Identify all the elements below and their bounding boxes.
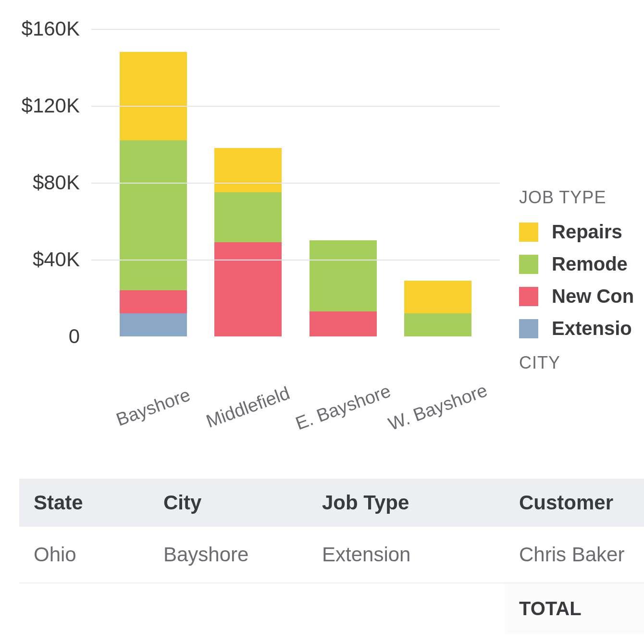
x-tick-label: Bayshore: [113, 384, 193, 430]
bar-w-bayshore[interactable]: [404, 281, 471, 336]
x-tick-label: W. Bayshore: [386, 380, 490, 434]
bar-segment[interactable]: [310, 311, 377, 336]
cell-city: Bayshore: [163, 543, 322, 566]
table-header-row: State City Job Type Customer: [19, 479, 644, 527]
bar-e-bayshore[interactable]: [310, 240, 377, 336]
legend-label: New Con: [552, 285, 634, 307]
data-table: State City Job Type Customer Ohio Baysho…: [19, 479, 644, 634]
legend-swatch: [519, 287, 538, 306]
chart-plot-area: [91, 29, 500, 336]
x-axis: BayshoreMiddlefieldE. BayshoreW. Bayshor…: [91, 373, 500, 440]
footer-total-label: TOTAL: [505, 583, 644, 634]
col-header-job-type[interactable]: Job Type: [322, 491, 519, 514]
y-tick-label: $40K: [33, 248, 80, 271]
grid-line: [91, 106, 500, 107]
legend-swatch: [519, 319, 538, 338]
cell-job-type: Extension: [322, 543, 519, 566]
bar-segment[interactable]: [120, 52, 187, 140]
legend-label: Remode: [552, 253, 628, 275]
grid-line: [91, 260, 500, 260]
legend-swatch: [519, 255, 538, 274]
bar-segment[interactable]: [214, 242, 282, 336]
bar-bayshore[interactable]: [120, 52, 187, 336]
legend-label: Extensio: [552, 318, 632, 339]
legend-item[interactable]: New Con: [519, 285, 634, 307]
legend-label: Repairs: [552, 221, 622, 243]
legend-item[interactable]: Repairs: [519, 221, 634, 243]
legend-item[interactable]: Extensio: [519, 318, 634, 339]
bar-segment[interactable]: [214, 192, 282, 242]
col-header-state[interactable]: State: [34, 491, 163, 514]
grid-line: [91, 29, 500, 30]
cell-customer: Chris Baker: [519, 543, 630, 566]
x-tick-label: Middlefield: [204, 383, 293, 432]
bar-segment[interactable]: [214, 148, 282, 192]
y-tick-label: $80K: [33, 171, 80, 194]
bar-segment[interactable]: [120, 313, 187, 336]
bar-segment[interactable]: [404, 313, 471, 336]
legend: JOB TYPE RepairsRemodeNew ConExtensio CI…: [519, 29, 634, 373]
legend-swatch: [519, 223, 538, 242]
x-tick-label: E. Bayshore: [293, 381, 393, 434]
legend-subtitle: CITY: [519, 353, 634, 373]
table-row[interactable]: Ohio Bayshore Extension Chris Baker: [19, 527, 644, 582]
cell-state: Ohio: [34, 543, 163, 566]
y-tick-label: 0: [69, 325, 80, 348]
y-axis: 0$40K$80K$120K$160K: [19, 29, 91, 336]
bar-segment[interactable]: [310, 240, 377, 311]
table-footer: TOTAL: [19, 582, 644, 634]
bar-middlefield[interactable]: [214, 148, 282, 336]
bar-segment[interactable]: [120, 290, 187, 313]
bar-segment[interactable]: [404, 281, 471, 313]
y-tick-label: $160K: [22, 17, 80, 40]
grid-line: [91, 183, 500, 184]
legend-title: JOB TYPE: [519, 187, 634, 208]
col-header-city[interactable]: City: [163, 491, 322, 514]
legend-item[interactable]: Remode: [519, 253, 634, 275]
y-tick-label: $120K: [22, 94, 80, 117]
bar-segment[interactable]: [120, 140, 187, 290]
col-header-customer[interactable]: Customer: [519, 491, 630, 514]
